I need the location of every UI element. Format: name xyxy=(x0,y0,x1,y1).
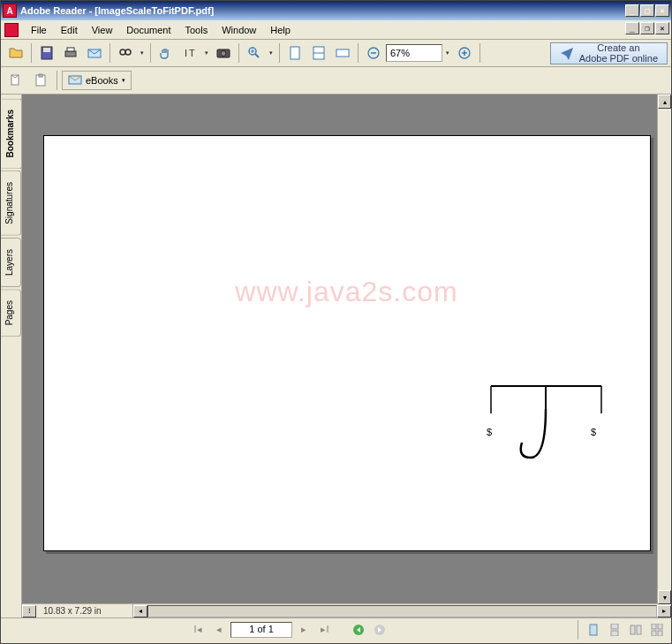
mdi-buttons: _ ❐ ✕ xyxy=(625,22,669,34)
next-page-button[interactable]: ▸ xyxy=(294,622,313,638)
pdf-page: www.java2s.com $ $ xyxy=(43,135,651,551)
svg-rect-43 xyxy=(652,631,656,636)
minimize-button[interactable]: _ xyxy=(625,4,639,17)
zoom-dropdown[interactable]: ▾ xyxy=(267,49,276,57)
open-button[interactable] xyxy=(4,42,27,64)
hscroll-track[interactable] xyxy=(147,605,657,617)
page-number-box[interactable]: 1 of 1 xyxy=(230,622,292,638)
create-pdf-line2: Adobe PDF online xyxy=(579,53,658,64)
menu-edit[interactable]: Edit xyxy=(54,23,85,37)
svg-rect-42 xyxy=(658,624,662,629)
facing-view[interactable] xyxy=(627,622,645,638)
svg-text:$: $ xyxy=(487,427,492,437)
vertical-scrollbar[interactable]: ▴ ▾ xyxy=(657,95,671,604)
first-page-button[interactable]: I◂ xyxy=(188,622,208,638)
nav-panel: Bookmarks Signatures Layers Pages xyxy=(1,95,22,617)
attach-button[interactable] xyxy=(4,69,27,92)
menu-view[interactable]: View xyxy=(85,23,120,37)
svg-rect-3 xyxy=(67,48,74,51)
separator xyxy=(57,71,57,90)
separator xyxy=(109,43,110,63)
search-dropdown[interactable]: ▾ xyxy=(138,49,147,57)
tab-layers[interactable]: Layers xyxy=(1,238,21,287)
document-area: www.java2s.com $ $ ▴ ▾ ⁞ 10.83 x 7.29 in… xyxy=(22,95,671,617)
zoom-out-button[interactable] xyxy=(362,42,385,64)
continuous-view[interactable] xyxy=(606,622,623,638)
scroll-right-arrow[interactable]: ▸ xyxy=(657,605,671,617)
scroll-left-arrow[interactable]: ◂ xyxy=(133,605,147,617)
text-select-button[interactable]: IT xyxy=(178,42,201,64)
menu-document[interactable]: Document xyxy=(119,23,177,37)
title-bar: A Adobe Reader - [ImageScaleToFitPDF.pdf… xyxy=(1,1,671,20)
mdi-restore-button[interactable]: ❐ xyxy=(640,22,654,34)
window-title: Adobe Reader - [ImageScaleToFitPDF.pdf] xyxy=(20,5,625,16)
mdi-minimize-button[interactable]: _ xyxy=(625,22,639,34)
search-button[interactable] xyxy=(114,42,137,64)
menu-bar: File Edit View Document Tools Window Hel… xyxy=(1,20,671,40)
scroll-grabber[interactable]: ⁞ xyxy=(22,605,36,617)
scroll-up-arrow[interactable]: ▴ xyxy=(658,95,671,109)
svg-point-10 xyxy=(221,51,226,57)
prev-page-button[interactable]: ◂ xyxy=(209,622,229,638)
create-pdf-button[interactable]: Create anAdobe PDF online xyxy=(550,42,668,64)
single-page-view[interactable] xyxy=(585,622,602,638)
svg-rect-26 xyxy=(39,74,42,77)
page-dimensions: 10.83 x 7.29 in xyxy=(36,604,133,617)
forward-view-button[interactable] xyxy=(370,622,389,638)
separator xyxy=(279,43,280,63)
document-canvas[interactable]: www.java2s.com $ $ xyxy=(22,95,671,603)
tab-pages[interactable]: Pages xyxy=(1,289,21,337)
tab-signatures[interactable]: Signatures xyxy=(1,170,21,236)
svg-rect-44 xyxy=(658,631,662,636)
ebooks-button[interactable]: eBooks ▾ xyxy=(62,71,132,90)
hand-tool-button[interactable] xyxy=(155,42,177,64)
mdi-close-button[interactable]: ✕ xyxy=(655,22,669,34)
main-area: Bookmarks Signatures Layers Pages www.ja… xyxy=(1,95,671,617)
snapshot-button[interactable] xyxy=(212,42,235,64)
main-toolbar: ▾ IT ▾ ▾ ▾ Create anAdobe PDF online xyxy=(1,40,671,67)
back-view-button[interactable] xyxy=(349,622,368,638)
svg-rect-39 xyxy=(630,625,635,634)
select-dropdown[interactable]: ▾ xyxy=(202,49,211,57)
menu-file[interactable]: File xyxy=(24,23,54,37)
svg-line-12 xyxy=(255,54,259,57)
scroll-down-arrow[interactable]: ▾ xyxy=(658,590,671,604)
ebooks-label: eBooks xyxy=(86,75,118,86)
zoom-in-button[interactable] xyxy=(243,42,266,64)
zoom-in-circle-button[interactable] xyxy=(453,42,476,64)
ebooks-icon xyxy=(68,74,82,87)
last-page-button[interactable]: ▸I xyxy=(315,622,335,638)
fit-width-button[interactable] xyxy=(307,42,330,64)
close-button[interactable]: ✕ xyxy=(655,4,669,17)
menu-window[interactable]: Window xyxy=(215,23,263,37)
print-button[interactable] xyxy=(59,42,82,64)
create-pdf-label: Create anAdobe PDF online xyxy=(579,42,658,64)
svg-rect-36 xyxy=(590,625,597,635)
email-button[interactable] xyxy=(83,42,106,64)
rotate-button[interactable] xyxy=(331,42,354,64)
secondary-toolbar: eBooks ▾ xyxy=(1,67,671,95)
page-nav: I◂ ◂ 1 of 1 ▸ ▸I xyxy=(188,622,389,638)
save-button[interactable] xyxy=(35,42,58,64)
svg-point-5 xyxy=(120,49,125,55)
menu-help[interactable]: Help xyxy=(263,23,298,37)
continuous-facing-view[interactable] xyxy=(648,622,666,638)
separator xyxy=(31,43,32,63)
svg-rect-40 xyxy=(637,625,641,634)
watermark-text: www.java2s.com xyxy=(235,276,457,308)
clipboard-button[interactable] xyxy=(29,69,52,92)
separator xyxy=(238,43,239,63)
maximize-button[interactable]: □ xyxy=(640,4,654,17)
separator xyxy=(578,620,578,640)
svg-text:I: I xyxy=(185,48,187,58)
horizontal-scrollbar: ⁞ 10.83 x 7.29 in ◂ ▸ xyxy=(22,603,671,617)
tab-bookmarks[interactable]: Bookmarks xyxy=(1,98,22,169)
paper-plane-icon xyxy=(560,46,574,60)
menu-tools[interactable]: Tools xyxy=(178,23,215,37)
zoom-input[interactable] xyxy=(386,44,442,62)
zoom-level-dropdown[interactable]: ▾ xyxy=(443,49,452,57)
fit-page-button[interactable] xyxy=(283,42,306,64)
status-bar: I◂ ◂ 1 of 1 ▸ ▸I xyxy=(1,617,671,640)
svg-text:T: T xyxy=(189,48,195,58)
separator xyxy=(479,43,480,63)
